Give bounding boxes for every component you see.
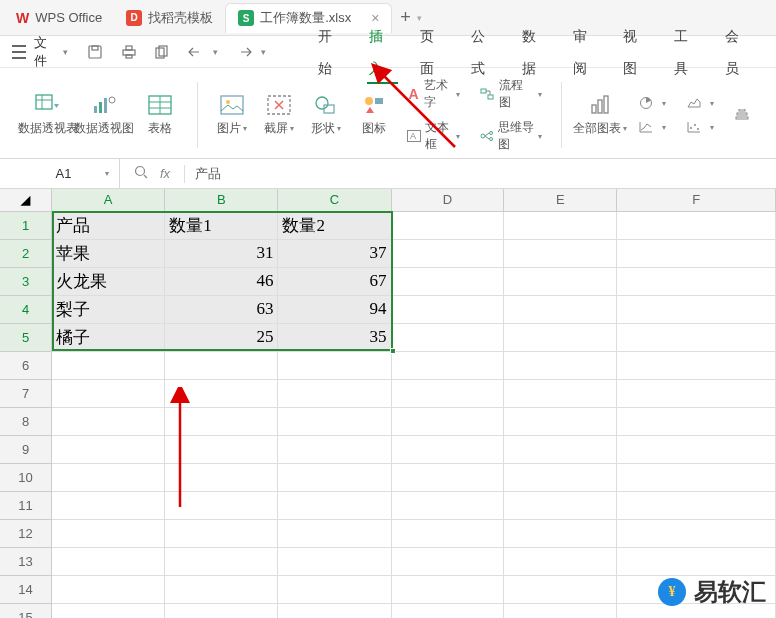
- pivot-chart-icon: [90, 94, 118, 116]
- row-header-9[interactable]: 9: [0, 435, 52, 463]
- file-menu[interactable]: 文件: [34, 34, 59, 70]
- textbox-button[interactable]: A文本框▾: [401, 118, 465, 154]
- row-header-14[interactable]: 14: [0, 575, 52, 603]
- cell-B1[interactable]: 数量1: [165, 211, 278, 239]
- col-header-E[interactable]: E: [504, 189, 617, 211]
- col-header-D[interactable]: D: [391, 189, 504, 211]
- cell-A3[interactable]: 火龙果: [52, 267, 165, 295]
- menu-tab-insert[interactable]: 插入: [357, 20, 408, 84]
- menu-tab-tools[interactable]: 工具: [662, 20, 713, 84]
- row-header-6[interactable]: 6: [0, 351, 52, 379]
- chart-style2-button[interactable]: ▾: [632, 118, 672, 136]
- menu-tab-member[interactable]: 会员: [713, 20, 764, 84]
- undo-icon[interactable]: [187, 43, 205, 61]
- cell-C4[interactable]: 94: [278, 295, 391, 323]
- row-header-4[interactable]: 4: [0, 295, 52, 323]
- cell-B3[interactable]: 46: [165, 267, 278, 295]
- formula-input[interactable]: 产品: [185, 165, 776, 183]
- wordart-button[interactable]: A艺术字▾: [401, 76, 465, 112]
- svg-rect-3: [126, 46, 132, 50]
- menu-tab-view[interactable]: 视图: [611, 20, 662, 84]
- row-header-8[interactable]: 8: [0, 407, 52, 435]
- cell-C2[interactable]: 37: [278, 239, 391, 267]
- svg-rect-28: [488, 95, 493, 99]
- cell-A5[interactable]: 橘子: [52, 323, 165, 351]
- row-header-13[interactable]: 13: [0, 547, 52, 575]
- textbox-icon: A: [407, 128, 421, 144]
- screenshot-button[interactable]: 截屏▾: [255, 90, 302, 141]
- row-header-15[interactable]: 15: [0, 603, 52, 618]
- pivot-chart-button[interactable]: 数据透视图: [76, 90, 132, 141]
- svg-line-43: [144, 175, 147, 178]
- mindmap-icon: [480, 128, 494, 144]
- svg-point-23: [365, 97, 373, 105]
- cell-B2[interactable]: 31: [165, 239, 278, 267]
- col-header-B[interactable]: B: [165, 189, 278, 211]
- cell-D1[interactable]: [391, 211, 504, 239]
- mindmap-button[interactable]: 思维导图▾: [474, 118, 548, 154]
- cell-C1[interactable]: 数量2: [278, 211, 391, 239]
- menu-tab-review[interactable]: 审阅: [561, 20, 612, 84]
- grid-table[interactable]: ◢ A B C D E F 1 产品 数量1 数量2 2 苹果 31 37 3 …: [0, 189, 776, 618]
- template-tab[interactable]: D 找稻壳模板: [114, 3, 225, 33]
- row-header-1[interactable]: 1: [0, 211, 52, 239]
- hamburger-icon[interactable]: [12, 45, 26, 59]
- col-header-A[interactable]: A: [52, 189, 165, 211]
- pivot-table-button[interactable]: 数据透视表: [20, 90, 76, 141]
- menu-tab-start[interactable]: 开始: [306, 20, 357, 84]
- svg-rect-7: [36, 95, 52, 109]
- col-header-C[interactable]: C: [278, 189, 391, 211]
- cell-A2[interactable]: 苹果: [52, 239, 165, 267]
- row-header-7[interactable]: 7: [0, 379, 52, 407]
- shapes-button[interactable]: 形状▾: [303, 90, 350, 141]
- table-button[interactable]: 表格: [132, 90, 188, 141]
- cell-A4[interactable]: 梨子: [52, 295, 165, 323]
- chart-style5-button[interactable]: [728, 106, 760, 124]
- menu-tab-data[interactable]: 数据: [510, 20, 561, 84]
- row-header-11[interactable]: 11: [0, 491, 52, 519]
- menu-tab-formula[interactable]: 公式: [459, 20, 510, 84]
- row-header-12[interactable]: 12: [0, 519, 52, 547]
- fx-icon[interactable]: fx: [160, 166, 170, 181]
- icons-button[interactable]: 图标: [350, 90, 397, 141]
- svg-rect-41: [736, 117, 748, 119]
- svg-point-21: [316, 97, 328, 109]
- row-header-5[interactable]: 5: [0, 323, 52, 351]
- cell-B5[interactable]: 25: [165, 323, 278, 351]
- redo-dropdown-icon[interactable]: ▾: [261, 47, 266, 57]
- row-header-10[interactable]: 10: [0, 463, 52, 491]
- app-title-tab[interactable]: W WPS Office: [4, 3, 114, 33]
- save-icon[interactable]: [86, 43, 104, 61]
- print-icon[interactable]: [120, 43, 138, 61]
- file-menu-dropdown-icon[interactable]: ▾: [63, 47, 68, 57]
- undo-dropdown-icon[interactable]: ▾: [213, 47, 218, 57]
- cell-A1[interactable]: 产品: [52, 211, 165, 239]
- selection-handle[interactable]: [390, 348, 396, 354]
- col-header-F[interactable]: F: [617, 189, 776, 211]
- svg-rect-32: [592, 105, 596, 113]
- select-all-corner[interactable]: ◢: [0, 189, 52, 211]
- svg-rect-40: [739, 109, 745, 111]
- copy-icon[interactable]: [153, 43, 171, 61]
- svg-text:A: A: [410, 131, 416, 141]
- cell-C3[interactable]: 67: [278, 267, 391, 295]
- svg-rect-18: [221, 96, 243, 114]
- picture-button[interactable]: 图片▾: [208, 90, 255, 141]
- zoom-icon[interactable]: [134, 165, 148, 182]
- wps-logo-icon: W: [16, 10, 29, 26]
- cell-B4[interactable]: 63: [165, 295, 278, 323]
- chart-style1-button[interactable]: ▾: [632, 94, 672, 112]
- menu-tab-page[interactable]: 页面: [408, 20, 459, 84]
- flowchart-button[interactable]: 流程图▾: [474, 76, 548, 112]
- redo-icon[interactable]: [236, 43, 254, 61]
- name-box[interactable]: A1 ▾: [0, 159, 120, 188]
- chart-style4-button[interactable]: ▾: [680, 118, 720, 136]
- row-header-2[interactable]: 2: [0, 239, 52, 267]
- name-box-dropdown-icon[interactable]: ▾: [105, 169, 109, 178]
- svg-rect-2: [123, 50, 135, 55]
- row-header-3[interactable]: 3: [0, 267, 52, 295]
- chart-style3-button[interactable]: ▾: [680, 94, 720, 112]
- formula-bar-row: A1 ▾ fx 产品: [0, 159, 776, 189]
- cell-C5[interactable]: 35: [278, 323, 391, 351]
- all-charts-button[interactable]: 全部图表▾: [572, 90, 628, 141]
